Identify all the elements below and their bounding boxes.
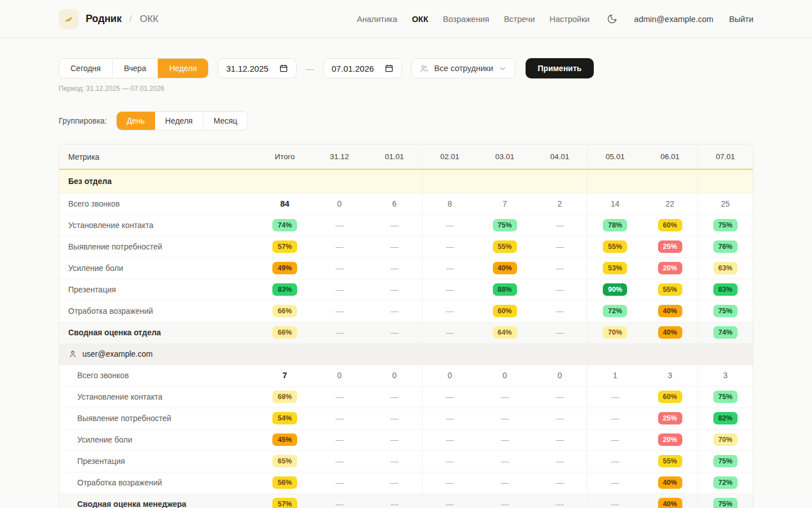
percent-badge: 56% [272, 476, 297, 489]
metric-label-cell: Сводная оценка отдела [59, 322, 258, 343]
empty-value-dash: — [446, 221, 454, 230]
empty-value-dash: — [556, 264, 564, 273]
count-value: 0 [502, 371, 507, 380]
grouping-tab[interactable]: День [117, 112, 155, 130]
empty-value-dash: — [501, 457, 509, 466]
table-row: Усиление боли45%——————20%70% [59, 429, 753, 450]
nav-item[interactable]: Настройки [550, 15, 590, 24]
logo[interactable]: Родник / ОКК [59, 9, 158, 29]
section-empty-cell [367, 343, 422, 365]
nav-item[interactable]: Возражения [443, 15, 489, 24]
empty-value-dash: — [390, 414, 398, 423]
nav-item[interactable]: Встречи [504, 15, 535, 24]
empty-value-dash: — [390, 221, 398, 230]
section-empty-cell [588, 169, 643, 193]
value-cell: 83% [698, 279, 753, 300]
percent-badge: 25% [658, 412, 682, 425]
value-cell: 76% [698, 236, 753, 257]
grouping-tab[interactable]: Неделя [155, 112, 204, 130]
empty-value-dash: — [390, 328, 398, 337]
date-from-input[interactable]: 31.12.2025 [218, 58, 297, 78]
value-cell: 75% [477, 214, 532, 236]
count-value: 0 [392, 371, 396, 380]
value-cell: — [532, 472, 588, 493]
breadcrumb: ОКК [140, 14, 158, 25]
value-cell: 0 [477, 365, 532, 386]
value-cell: 74% [698, 322, 753, 343]
value-cell: 2 [532, 193, 588, 214]
percent-badge: 57% [272, 498, 297, 508]
value-cell: 0 [532, 365, 588, 386]
preset-button[interactable]: Неделя [158, 59, 208, 78]
value-cell: — [422, 236, 478, 257]
percent-badge: 90% [603, 283, 627, 296]
percent-badge: 49% [272, 262, 297, 275]
count-value: 0 [337, 199, 342, 208]
table-header-row: МетрикаИтого31.1201.0102.0103.0104.0105.… [59, 144, 753, 169]
value-cell: 25% [643, 236, 698, 257]
calendar-icon [279, 64, 288, 73]
grouping-tab[interactable]: Месяц [204, 112, 248, 130]
empty-value-dash: — [501, 392, 509, 401]
value-cell: 60% [643, 386, 698, 408]
percent-badge: 55% [658, 455, 682, 468]
empty-value-dash: — [446, 457, 454, 466]
value-cell: — [477, 450, 532, 472]
value-cell: 20% [643, 257, 698, 279]
empty-value-dash: — [446, 414, 454, 423]
percent-badge: 72% [603, 305, 627, 318]
preset-button[interactable]: Вчера [113, 59, 158, 78]
percent-badge: 83% [272, 283, 297, 296]
table-row: Выявление потребностей57%———55%—55%25%76… [59, 236, 753, 257]
table-row: Презентация65%——————55%75% [59, 450, 753, 472]
employees-select-value: Все сотрудники [434, 64, 493, 73]
empty-value-dash: — [556, 242, 564, 251]
value-cell: — [312, 214, 367, 236]
value-cell: 82% [698, 408, 753, 429]
value-cell: — [588, 493, 643, 508]
table-row: Установление контакта68%——————60%75% [59, 386, 753, 408]
value-cell: 75% [698, 493, 753, 508]
section-row: user@example.com [59, 343, 753, 365]
metric-label-cell: Сводная оценка менеджера [59, 493, 258, 508]
value-cell: 75% [698, 450, 753, 472]
percent-badge: 54% [272, 412, 297, 425]
table-row: Всего звонков8406872142225 [59, 193, 753, 214]
column-header: 07.01 [698, 144, 753, 169]
nav-item[interactable]: ОКК [412, 15, 429, 24]
value-cell: 72% [588, 300, 643, 322]
metric-label-cell: Отработка возражений [59, 300, 258, 322]
preset-button[interactable]: Сегодня [59, 59, 113, 78]
theme-toggle-button[interactable] [606, 12, 619, 25]
section-title-cell: user@example.com [59, 343, 258, 365]
value-cell: — [422, 300, 478, 322]
empty-value-dash: — [556, 285, 564, 294]
table-row: Презентация83%———88%—90%55%83% [59, 279, 753, 300]
value-cell: — [422, 450, 478, 472]
value-cell: 64% [477, 322, 532, 343]
count-value: 2 [558, 199, 562, 208]
employees-select[interactable]: Все сотрудники [411, 58, 515, 78]
column-header: Метрика [59, 144, 258, 169]
nav-item[interactable]: Аналитика [357, 15, 398, 24]
column-header: Итого [258, 144, 312, 169]
value-cell: — [367, 322, 422, 343]
apply-button[interactable]: Применить [526, 58, 594, 78]
section-empty-cell [643, 169, 698, 193]
percent-badge: 55% [658, 283, 682, 296]
total-count: 7 [283, 371, 287, 380]
percent-badge: 55% [603, 240, 627, 253]
metrics-table-card: МетрикаИтого31.1201.0102.0103.0104.0105.… [59, 144, 753, 508]
percent-badge: 40% [658, 498, 682, 508]
value-cell: 90% [588, 279, 643, 300]
column-header: 04.01 [532, 144, 588, 169]
empty-value-dash: — [556, 478, 564, 487]
value-cell: — [367, 472, 422, 493]
value-cell: 55% [477, 236, 532, 257]
date-to-input[interactable]: 07.01.2026 [323, 58, 402, 78]
logout-link[interactable]: Выйти [729, 15, 753, 24]
empty-value-dash: — [390, 457, 398, 466]
empty-value-dash: — [501, 478, 509, 487]
empty-value-dash: — [556, 306, 564, 316]
percent-badge: 20% [658, 433, 682, 446]
